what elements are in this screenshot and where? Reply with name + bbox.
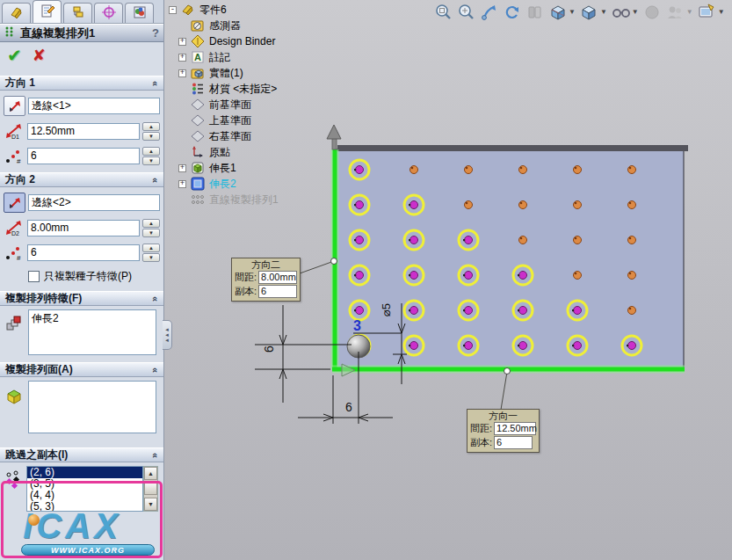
dropdown-arrow-icon[interactable]: ▼ <box>600 8 607 16</box>
tree-item-part[interactable]: - 零件6 <box>169 2 279 18</box>
skip-item[interactable]: (5, 3) <box>27 501 142 512</box>
configuration-manager-tab[interactable] <box>63 3 92 23</box>
skipped-instance-dot[interactable] <box>519 166 527 174</box>
expand-expander[interactable]: + <box>178 38 186 46</box>
tree-item-solid-bodies[interactable]: + 實體(1) <box>169 65 279 81</box>
pattern-instance-center[interactable] <box>628 342 636 350</box>
tree-item-design-binder[interactable]: + Design Binder <box>169 33 279 49</box>
dropdown-arrow-icon[interactable]: ▼ <box>718 8 725 16</box>
skipped-instance-dot[interactable] <box>574 236 582 244</box>
scroll-down-icon[interactable]: ▼ <box>144 498 157 511</box>
skipped-instance-dot[interactable] <box>628 236 636 244</box>
scene-edit-button[interactable] <box>697 2 717 22</box>
dim-diameter[interactable]: ⌀5 <box>380 303 393 316</box>
direction1-reverse-button[interactable] <box>4 96 25 116</box>
direction2-spacing-spinner[interactable]: ▲▼ <box>142 219 160 237</box>
pattern-faces-header[interactable]: 複製排列面(A)« <box>0 362 163 377</box>
skip-instances-header[interactable]: 跳過之副本(I)« <box>0 447 163 462</box>
pattern-instance-center[interactable] <box>410 236 418 244</box>
pattern-instance-center[interactable] <box>465 236 473 244</box>
skipped-instance-dot[interactable] <box>574 272 582 280</box>
tree-item-extrude1[interactable]: + 伸長1 <box>169 160 279 176</box>
count-value[interactable]: 6 <box>258 285 297 298</box>
expand-expander[interactable]: + <box>178 69 186 77</box>
tree-item-origin[interactable]: + 原點 <box>169 144 279 160</box>
direction1-header[interactable]: 方向 1« <box>0 76 163 91</box>
skip-list-scrollbar[interactable]: ▲ ▼ <box>143 466 158 512</box>
pattern-instance-center[interactable] <box>465 342 473 350</box>
skipped-instance-dot[interactable] <box>574 201 582 209</box>
property-manager-tab[interactable] <box>33 0 62 23</box>
skipped-instance-dot[interactable] <box>465 166 473 174</box>
expand-expander[interactable]: + <box>178 164 186 172</box>
pattern-instance-center[interactable] <box>410 342 418 350</box>
callout-anchor-dot[interactable] <box>504 368 511 375</box>
skipped-instance-dot[interactable] <box>628 166 636 174</box>
skipped-instance-dot[interactable] <box>628 201 636 209</box>
skip-instances-list[interactable]: (2, 6) (3, 5) (4, 4) (5, 3) <box>26 466 143 512</box>
hide-show-items-button[interactable] <box>611 2 631 22</box>
skipped-instance-dot[interactable] <box>410 166 418 174</box>
list-item[interactable]: 伸長2 <box>29 310 156 327</box>
scroll-up-icon[interactable]: ▲ <box>144 467 157 480</box>
section-view-button[interactable] <box>525 2 545 22</box>
pattern-features-header[interactable]: 複製排列特徵(F)« <box>0 291 163 306</box>
direction2-header[interactable]: 方向 2« <box>0 172 163 187</box>
skipped-instance-dot[interactable] <box>519 201 527 209</box>
direction2-count-spinner[interactable]: ▲▼ <box>142 244 160 262</box>
pattern-instance-center[interactable] <box>410 307 418 315</box>
direction1-spacing-field[interactable] <box>27 123 140 140</box>
dim-seed-selected[interactable]: 3 <box>353 318 361 333</box>
dim-horizontal[interactable]: 6 <box>345 400 352 414</box>
panel-collapse-handle[interactable]: ◄◄◄ <box>163 320 172 350</box>
tree-item-extrude2-selected[interactable]: + 伸長2 <box>169 176 279 192</box>
zoom-area-button[interactable] <box>456 2 476 22</box>
pattern-instance-center[interactable] <box>356 201 364 209</box>
ok-button[interactable]: ✔ <box>7 45 22 66</box>
part-top-edge[interactable] <box>337 145 688 151</box>
dimxpert-tab[interactable] <box>94 3 123 23</box>
pattern-instance-center[interactable] <box>410 201 418 209</box>
direction2-callout[interactable]: 方向二 間距:8.00mm 副本:6 <box>231 258 301 302</box>
expand-expander[interactable]: + <box>178 180 186 188</box>
appearances-button[interactable] <box>665 2 685 22</box>
direction2-count-field[interactable] <box>27 244 140 261</box>
display-manager-tab[interactable] <box>125 3 154 23</box>
callout-anchor-dot[interactable] <box>331 258 337 265</box>
skipped-instance-dot[interactable] <box>628 307 636 315</box>
pattern-instance-center[interactable] <box>356 307 364 315</box>
pattern-features-list[interactable]: 伸長2 <box>28 309 156 355</box>
tree-item-top-plane[interactable]: + 上基準面 <box>169 113 279 128</box>
display-style-button[interactable] <box>547 2 568 22</box>
seed-only-checkbox[interactable] <box>28 271 40 282</box>
direction1-spacing-spinner[interactable]: ▲▼ <box>142 122 160 141</box>
dropdown-arrow-icon[interactable]: ▼ <box>686 8 693 16</box>
direction1-count-spinner[interactable]: ▲▼ <box>142 147 160 165</box>
feature-manager-tab[interactable] <box>2 3 31 23</box>
tree-item-material[interactable]: + 材質 <未指定> <box>169 81 279 97</box>
view-orientation-button[interactable] <box>579 2 599 22</box>
skipped-instance-dot[interactable] <box>628 272 636 280</box>
tree-item-sensors[interactable]: + 感測器 <box>169 18 279 33</box>
tree-item-front-plane[interactable]: + 前基準面 <box>169 97 279 113</box>
shadows-button[interactable] <box>642 2 663 22</box>
direction1-callout[interactable]: 方向一 間距:12.50mm 副本:6 <box>467 409 540 453</box>
rotate-view-button[interactable] <box>479 2 499 22</box>
pattern-instance-center[interactable] <box>574 307 582 315</box>
dropdown-arrow-icon[interactable]: ▼ <box>632 8 639 16</box>
skipped-instance-dot[interactable] <box>465 201 473 209</box>
zoom-fit-button[interactable] <box>433 2 453 22</box>
pattern-instance-center[interactable] <box>574 342 582 350</box>
count-value[interactable]: 6 <box>494 436 533 449</box>
pattern-instance-center[interactable] <box>465 272 473 280</box>
refresh-button[interactable] <box>502 2 522 22</box>
help-button[interactable]: ? <box>152 26 159 40</box>
direction1-edge-field[interactable] <box>28 98 160 114</box>
tree-item-linear-pattern[interactable]: + 直線複製排列1 <box>169 192 279 207</box>
direction2-edge-field[interactable] <box>28 194 160 211</box>
graphics-area[interactable]: 6 6 ⌀5 3 - 零件6 + 感測器 + <box>164 0 732 560</box>
pattern-instance-center[interactable] <box>519 342 527 350</box>
pattern-instance-center[interactable] <box>356 166 364 174</box>
pattern-instance-center[interactable] <box>356 272 364 280</box>
direction1-count-field[interactable] <box>27 148 140 164</box>
